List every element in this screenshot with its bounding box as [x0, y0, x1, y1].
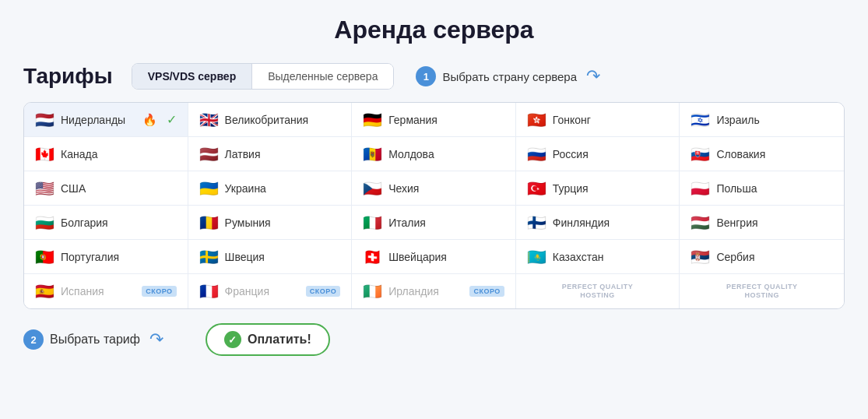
flag-tr: 🇹🇷 [527, 181, 546, 196]
soon-badge: СКОРО [142, 286, 176, 297]
country-cell-fr: 🇫🇷ФранцияСКОРО [188, 274, 353, 308]
country-name-ie: Ирландия [388, 285, 463, 298]
flag-nl: 🇳🇱 [35, 112, 54, 128]
flag-pt: 🇵🇹 [35, 249, 54, 265]
fire-icon: 🔥 [142, 113, 157, 127]
tab-dedicated[interactable]: Выделенные сервера [251, 64, 393, 89]
country-cell-md[interactable]: 🇲🇩Молдова [352, 137, 516, 171]
pay-button[interactable]: ✓ Оплатить! [206, 323, 330, 356]
flag-us: 🇺🇸 [35, 181, 54, 196]
country-name-hu: Венгрия [716, 217, 833, 229]
step1-badge: 1 Выбрать страну сервера ↷ [416, 66, 600, 86]
flag-gb: 🇬🇧 [199, 112, 219, 128]
country-cell-nl[interactable]: 🇳🇱Нидерланды🔥✓ [24, 103, 188, 137]
country-cell-fi[interactable]: 🇫🇮Финляндия [516, 206, 680, 240]
country-name-us: США [61, 182, 177, 195]
country-name-md: Молдова [388, 148, 504, 160]
country-cell-ro[interactable]: 🇷🇴Румыния [188, 206, 353, 240]
country-cell-tr[interactable]: 🇹🇷Турция [516, 171, 680, 206]
country-cell-hu[interactable]: 🇭🇺Венгрия [680, 206, 844, 240]
bottom-row: 2 Выбрать тариф ↷ ✓ Оплатить! [23, 323, 845, 356]
country-cell-ru[interactable]: 🇷🇺Россия [516, 137, 680, 171]
country-name-de: Германия [388, 114, 504, 126]
country-name-it: Италия [388, 217, 504, 229]
country-cell-sk[interactable]: 🇸🇰Словакия [680, 137, 844, 171]
flag-hu: 🇭🇺 [691, 215, 710, 231]
country-name-lv: Латвия [225, 148, 341, 160]
country-cell-bg[interactable]: 🇧🇬Болгария [24, 206, 188, 240]
country-cell-cz[interactable]: 🇨🇿Чехия [352, 171, 516, 206]
country-name-hk: Гонконг [553, 114, 669, 126]
country-name-fr: Франция [225, 285, 300, 298]
country-name-ca: Канада [61, 148, 177, 160]
country-cell-ie: 🇮🇪ИрландияСКОРО [352, 274, 516, 308]
country-cell-se[interactable]: 🇸🇪Швеция [188, 240, 353, 274]
pay-label: Оплатить! [248, 333, 311, 347]
flag-cz: 🇨🇿 [363, 181, 382, 196]
country-cell-rs[interactable]: 🇷🇸Сербия [680, 240, 844, 274]
step2-text: Выбрать тариф [50, 333, 140, 347]
country-cell-us[interactable]: 🇺🇸США [24, 171, 188, 206]
flag-il: 🇮🇱 [691, 112, 710, 128]
arrow-down-right-icon: ↷ [586, 66, 600, 86]
country-name-gb: Великобритания [225, 114, 341, 126]
pay-check-icon: ✓ [224, 331, 241, 348]
soon-badge: СКОРО [469, 286, 504, 297]
country-name-se: Швеция [225, 251, 341, 263]
flag-ca: 🇨🇦 [35, 146, 54, 162]
flag-ua: 🇺🇦 [199, 181, 219, 196]
country-name-ch: Швейцария [388, 251, 504, 263]
flag-fi: 🇫🇮 [527, 215, 546, 231]
check-icon: ✓ [167, 112, 177, 127]
flag-pl: 🇵🇱 [691, 181, 710, 196]
flag-hk: 🇭🇰 [527, 112, 546, 128]
country-name-sk: Словакия [716, 148, 833, 160]
country-name-cz: Чехия [388, 182, 504, 195]
pqh-logo: PERFECT QUALITYHOSTING [562, 283, 634, 300]
country-name-kz: Казахстан [553, 251, 669, 263]
country-cell-il[interactable]: 🇮🇱Израиль [680, 103, 844, 137]
country-name-es: Испания [61, 285, 135, 298]
arrow-down-right2-icon: ↷ [149, 329, 163, 350]
country-name-fi: Финляндия [553, 217, 669, 229]
country-cell-ca[interactable]: 🇨🇦Канада [24, 137, 188, 171]
flag-it: 🇮🇹 [363, 215, 382, 231]
flag-lv: 🇱🇻 [199, 146, 219, 162]
country-name-ua: Украина [225, 182, 341, 195]
country-cell-ch[interactable]: 🇨🇭Швейцария [352, 240, 516, 274]
pqh-logo: PERFECT QUALITYHOSTING [726, 283, 798, 300]
country-name-ro: Румыния [225, 217, 341, 229]
tab-group: VPS/VDS сервер Выделенные сервера [132, 63, 395, 90]
flag-bg: 🇧🇬 [35, 215, 54, 231]
country-cell-lv[interactable]: 🇱🇻Латвия [188, 137, 353, 171]
step1-circle: 1 [416, 66, 436, 86]
country-name-tr: Турция [553, 182, 669, 195]
country-grid: 🇳🇱Нидерланды🔥✓🇬🇧Великобритания🇩🇪Германия… [24, 103, 844, 308]
flag-ro: 🇷🇴 [199, 215, 219, 231]
step2-badge: 2 Выбрать тариф ↷ [23, 329, 163, 350]
tab-vps[interactable]: VPS/VDS сервер [132, 64, 251, 89]
country-cell-hk[interactable]: 🇭🇰Гонконг [516, 103, 680, 137]
flag-es: 🇪🇸 [35, 283, 54, 299]
country-name-rs: Сербия [716, 251, 833, 263]
step1-text: Выбрать страну сервера [442, 70, 577, 83]
step2-circle: 2 [23, 329, 44, 350]
country-cell-it[interactable]: 🇮🇹Италия [352, 206, 516, 240]
flag-ch: 🇨🇭 [363, 249, 382, 265]
country-cell-pl[interactable]: 🇵🇱Польша [680, 171, 844, 206]
country-cell-kz[interactable]: 🇰🇿Казахстан [516, 240, 680, 274]
soon-badge: СКОРО [306, 286, 340, 297]
country-name-il: Израиль [716, 114, 833, 126]
flag-de: 🇩🇪 [363, 112, 382, 128]
country-cell-ua[interactable]: 🇺🇦Украина [188, 171, 353, 206]
country-cell-pt[interactable]: 🇵🇹Португалия [24, 240, 188, 274]
tariffs-label: Тарифы [23, 64, 113, 89]
country-cell-de[interactable]: 🇩🇪Германия [352, 103, 516, 137]
country-cell-gb[interactable]: 🇬🇧Великобритания [188, 103, 353, 137]
country-name-bg: Болгария [61, 217, 177, 229]
flag-fr: 🇫🇷 [199, 283, 219, 299]
flag-ie: 🇮🇪 [363, 283, 382, 299]
flag-kz: 🇰🇿 [527, 249, 546, 265]
country-cell-pqh2: PERFECT QUALITYHOSTING [680, 274, 844, 308]
flag-sk: 🇸🇰 [691, 146, 710, 162]
